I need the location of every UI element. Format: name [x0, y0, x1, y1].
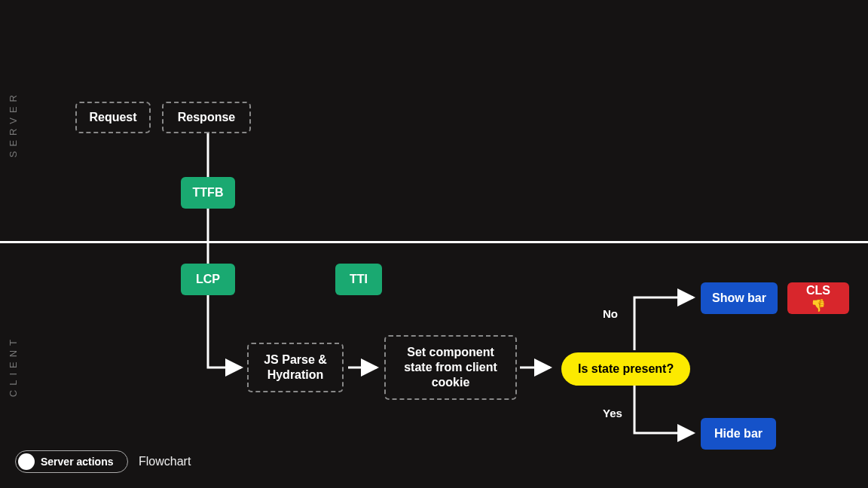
node-tti: TTI: [335, 264, 382, 295]
server-client-divider: [0, 241, 868, 243]
node-ttfb: TTFB: [181, 177, 235, 209]
flow-arrows: [0, 0, 868, 488]
branch-label-no: No: [603, 307, 618, 320]
toggle-knob: [18, 453, 35, 470]
node-hide-bar: Hide bar: [701, 418, 776, 450]
section-label-server: SERVER: [8, 90, 19, 157]
branch-label-yes: Yes: [603, 407, 622, 419]
server-actions-toggle[interactable]: Server actions: [15, 450, 128, 473]
node-response: Response: [162, 102, 251, 133]
node-js-parse-hydration: JS Parse & Hydration: [247, 343, 344, 392]
node-set-state: Set component state from client cookie: [384, 335, 517, 400]
node-lcp: LCP: [181, 264, 235, 295]
node-show-bar: Show bar: [701, 282, 778, 314]
node-decision-state-present: Is state present?: [561, 352, 690, 386]
toggle-label: Server actions: [41, 456, 114, 468]
node-cls-bad: CLS 👎: [787, 282, 849, 314]
diagram-caption: Flowchart: [139, 455, 191, 468]
node-request: Request: [75, 102, 151, 133]
section-label-client: CLIENT: [8, 335, 19, 397]
